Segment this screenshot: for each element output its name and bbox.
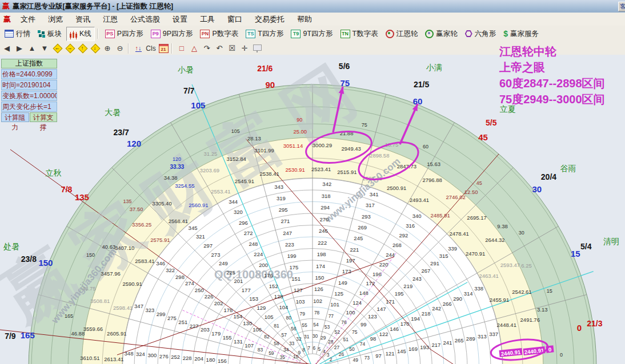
svg-text:2746.02: 2746.02 <box>446 194 466 200</box>
tool-P数字表[interactable]: PNP数字表 <box>197 27 241 41</box>
scroll-right-icon[interactable]: ▶ <box>14 43 25 54</box>
svg-text:195: 195 <box>395 290 404 297</box>
svg-text:104: 104 <box>279 304 288 310</box>
svg-text:105: 105 <box>231 128 240 134</box>
tool-T四方形[interactable]: TST四方形 <box>243 27 286 41</box>
screen-icon[interactable] <box>251 43 263 54</box>
step-left-icon[interactable]: ← <box>51 43 63 54</box>
svg-text:76: 76 <box>341 319 347 325</box>
tool-label: 六角形 <box>475 29 496 39</box>
step-up-icon[interactable]: ↑ <box>77 43 88 54</box>
customer-service-button[interactable]: 客服 <box>618 2 625 11</box>
calendar-icon[interactable]: 21 <box>158 43 169 54</box>
tool-T数字表[interactable]: TNT数字表 <box>338 27 381 41</box>
svg-text:3407.10: 3407.10 <box>115 245 134 251</box>
svg-text:126: 126 <box>314 286 323 292</box>
svg-text:33: 33 <box>289 341 295 346</box>
svg-text:202: 202 <box>214 300 223 306</box>
annotation-line: 60度2847--2898区间 <box>499 75 605 91</box>
step-down-icon[interactable]: ↓ <box>89 43 101 54</box>
svg-text:2455.91: 2455.91 <box>490 297 509 303</box>
svg-text:153: 153 <box>249 296 258 302</box>
svg-text:2542.61: 2542.61 <box>512 289 531 295</box>
tool-9T四方形[interactable]: T99T四方形 <box>288 27 335 41</box>
menu-item-4[interactable]: 公式选股 <box>124 13 166 26</box>
menu-item-6[interactable]: 工具 <box>194 13 221 26</box>
svg-text:50: 50 <box>349 346 355 352</box>
svg-text:145: 145 <box>397 348 406 354</box>
svg-text:223: 223 <box>285 241 294 248</box>
svg-text:29: 29 <box>320 335 326 341</box>
svg-text:2553.41: 2553.41 <box>211 188 230 195</box>
svg-text:3305.40: 3305.40 <box>152 200 171 207</box>
axis-updown-icon[interactable]: ↑↓ <box>133 43 144 54</box>
svg-text:147: 147 <box>377 306 386 312</box>
menu-item-7[interactable]: 窗口 <box>221 13 249 26</box>
chip-icon-TN: TN <box>340 30 350 38</box>
square-tool-icon[interactable]: □ <box>176 43 187 54</box>
delete-box-icon[interactable]: ☒ <box>226 43 238 54</box>
menu-item-3[interactable]: 江恩 <box>97 13 124 26</box>
svg-text:165: 165 <box>65 313 73 319</box>
svg-text:150: 150 <box>315 274 324 281</box>
svg-text:12.50: 12.50 <box>464 189 478 195</box>
menu-item-5[interactable]: 设置 <box>166 13 194 26</box>
svg-text:31.25: 31.25 <box>203 151 217 157</box>
step-right-icon[interactable]: → <box>64 43 75 54</box>
svg-text:289: 289 <box>466 335 475 342</box>
quote-panel: 上证指数 价格=2440.9099时间=20190104变换系数=1.00000… <box>1 59 57 122</box>
title-bar[interactable]: 赢 赢家江恩专业版[赢家服务平台] - [上证指数 江恩轮] 客服 <box>0 0 625 13</box>
tool-9P四方形[interactable]: P99P四方形 <box>148 27 196 41</box>
menu-item-2[interactable]: 资讯 <box>69 13 97 26</box>
tool-赢家服务[interactable]: $赢家服务 <box>500 27 542 41</box>
svg-text:32: 32 <box>296 336 302 342</box>
calc-resistance-button[interactable]: 计算阻力 <box>1 112 29 122</box>
tool-label: 9P四方形 <box>163 29 193 39</box>
candlestick-icon <box>70 30 77 38</box>
menu-bar: 赢 文件浏览资讯江恩公式选股设置工具窗口交易委托帮助 <box>0 13 625 26</box>
tool-江恩轮[interactable]: 江恩轮 <box>383 27 421 41</box>
tool-P四方形[interactable]: PSP四方形 <box>102 27 146 41</box>
svg-text:348: 348 <box>125 350 134 357</box>
tool-六角形[interactable]: 六角形 <box>462 27 499 41</box>
svg-text:2695.17: 2695.17 <box>467 215 486 221</box>
svg-text:9.38: 9.38 <box>497 223 508 229</box>
cls-button[interactable]: Cls <box>145 43 157 54</box>
svg-text:15: 15 <box>571 249 580 258</box>
svg-text:5: 5 <box>318 346 320 352</box>
menu-item-9[interactable]: 帮助 <box>291 13 318 26</box>
menu-item-0[interactable]: 文件 <box>14 13 42 26</box>
svg-text:2478.41: 2478.41 <box>449 230 468 237</box>
center-cross-icon[interactable]: ✛ <box>239 43 250 54</box>
svg-text:296: 296 <box>239 220 248 226</box>
svg-text:2613.41: 2613.41 <box>104 356 123 362</box>
tool-行情[interactable]: 行情 <box>2 27 33 41</box>
rotate-cw-icon[interactable]: ↷ <box>201 43 213 54</box>
scroll-up-icon[interactable]: ▲ <box>26 43 38 54</box>
triangle-tool-icon[interactable]: △ <box>189 43 200 54</box>
tool-赢家轮[interactable]: 赢家轮 <box>422 27 460 41</box>
menu-item-8[interactable]: 交易委托 <box>249 13 291 26</box>
scroll-left-icon[interactable]: ◀ <box>1 43 13 54</box>
svg-text:150: 150 <box>86 252 95 258</box>
svg-text:7/7: 7/7 <box>183 86 195 95</box>
tool-K线[interactable]: K线 <box>66 27 95 41</box>
rotate-ccw-icon[interactable]: ↶ <box>214 43 225 54</box>
calc-support-button[interactable]: 计算支撑 <box>30 112 58 122</box>
svg-text:大暑: 大暑 <box>105 108 121 117</box>
svg-text:75: 75 <box>340 78 350 88</box>
svg-text:217: 217 <box>431 342 440 348</box>
menu-item-1[interactable]: 浏览 <box>42 13 69 26</box>
scroll-down-icon[interactable]: ▼ <box>39 43 50 54</box>
svg-text:320: 320 <box>234 209 243 215</box>
zoom-out-icon[interactable]: ⊖ <box>114 43 126 54</box>
zoom-in-icon[interactable]: ⊕ <box>102 43 113 54</box>
svg-text:90: 90 <box>297 117 302 123</box>
annotation-line: 75度2949--3000区间 <box>499 91 605 107</box>
svg-text:128: 128 <box>274 293 283 300</box>
svg-text:7: 7 <box>307 345 310 351</box>
svg-text:3356.25: 3356.25 <box>132 221 151 228</box>
svg-text:124: 124 <box>352 300 362 306</box>
svg-text:340: 340 <box>412 213 422 219</box>
tool-板块[interactable]: 板块 <box>35 27 65 41</box>
